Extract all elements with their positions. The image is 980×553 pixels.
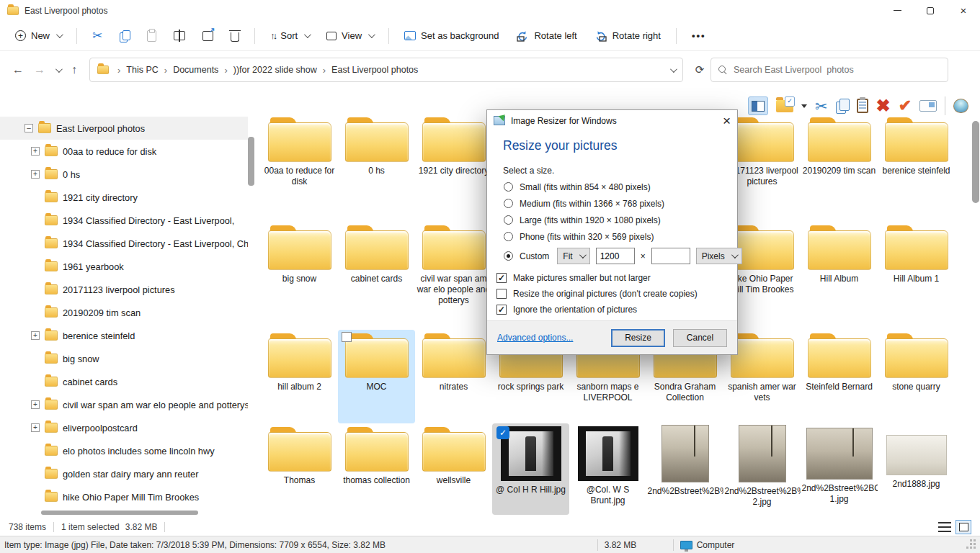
selected-check-icon[interactable]: ✓	[496, 426, 509, 439]
size-option-row[interactable]: Small (fits within 854 × 480 pixels)	[504, 181, 737, 192]
delete-x-icon[interactable]: ✖	[876, 97, 891, 114]
refresh-button[interactable]: ⟳	[689, 63, 710, 76]
back-button[interactable]: ←	[7, 63, 29, 76]
sidebar-folder-item[interactable]: +00aa to reduce for disk	[0, 140, 248, 163]
rename-button[interactable]	[167, 27, 192, 45]
sidebar-folder-item[interactable]: +berenice steinfeld	[0, 324, 248, 347]
delete-button[interactable]	[224, 26, 246, 46]
share-button[interactable]	[196, 27, 220, 45]
advanced-options-link[interactable]: Advanced options...	[497, 333, 573, 343]
unit-select[interactable]: Pixels	[696, 248, 742, 264]
tree-expander-icon[interactable]: +	[31, 400, 40, 409]
checkbox-icon[interactable]	[496, 289, 507, 299]
sidebar-folder-item[interactable]: cabinet cards	[0, 370, 248, 393]
sidebar-vertical-scrollbar[interactable]	[248, 137, 254, 186]
breadcrumb-item[interactable]: ))for 2022 slide show	[233, 65, 317, 75]
folder-tile[interactable]: nitrates	[415, 330, 492, 423]
size-option-row[interactable]: Phone (fits within 320 × 569 pixels)	[504, 231, 737, 242]
breadcrumb-item[interactable]: East Liverpool photos	[331, 65, 418, 75]
custom-height-input[interactable]	[651, 248, 690, 264]
item-checkbox[interactable]	[342, 332, 352, 342]
sidebar-folder-item[interactable]: elo photos includes some lincoln hwy	[0, 439, 248, 462]
image-tile[interactable]: ✓@ Col H R Hill.jpg	[492, 423, 569, 515]
fit-select[interactable]: Fit	[557, 248, 589, 264]
folder-tile[interactable]: Hill Album	[801, 222, 878, 330]
radio-icon[interactable]	[504, 182, 513, 192]
folder-tile[interactable]: thomas collection	[338, 423, 415, 515]
dropdown-arrow-icon[interactable]	[801, 104, 807, 108]
resize-grip[interactable]	[968, 541, 976, 549]
cancel-button[interactable]: Cancel	[673, 329, 727, 347]
shell-icon[interactable]	[953, 99, 968, 113]
copy-button[interactable]	[113, 26, 136, 46]
folder-tile[interactable]: Hill Album 1	[878, 222, 955, 330]
tree-expander-icon[interactable]: +	[31, 147, 40, 156]
tree-expander-icon[interactable]: +	[31, 423, 40, 432]
sidebar-folder-item[interactable]: 1934 Classified Directory - East Liverpo…	[0, 232, 248, 255]
sidebar-folder-item[interactable]: 1921 city directory	[0, 186, 248, 209]
history-dropdown-button[interactable]	[50, 68, 63, 73]
sidebar-folder-item[interactable]: 20171123 liverpool pictures	[0, 278, 248, 301]
sort-button[interactable]: ↑↓ Sort	[264, 26, 316, 45]
tree-expander-icon[interactable]: –	[24, 124, 33, 132]
rotate-left-button[interactable]: Rotate left	[509, 26, 583, 46]
sidebar-folder-item[interactable]: golden star dairy mary ann reuter	[0, 462, 248, 485]
folder-tile[interactable]: 0 hs	[338, 114, 415, 222]
image-tile[interactable]: 2nd%2Bstreet%2BORL-1.jpg	[801, 423, 878, 515]
copy-icon[interactable]	[836, 99, 849, 113]
breadcrumb[interactable]: ›This PC›Documents›))for 2022 slide show…	[89, 58, 683, 82]
folder-tile[interactable]: big snow	[261, 222, 338, 330]
rotate-right-button[interactable]: Rotate right	[588, 26, 667, 46]
more-options-button[interactable]: •••	[685, 26, 713, 45]
tree-expander-icon[interactable]: +	[31, 331, 40, 340]
panel-toggle-button[interactable]	[748, 96, 768, 115]
forward-button[interactable]: →	[29, 63, 50, 76]
folder-tile[interactable]: hill album 2	[261, 330, 338, 423]
paste-icon[interactable]	[857, 99, 868, 113]
size-option-row[interactable]: Large (fits within 1920 × 1080 pixels)	[504, 215, 737, 225]
folder-tile[interactable]: Steinfeld Bernard	[801, 330, 878, 423]
image-tile[interactable]: 2nd%2Bstreet%2B%2Bdetail%2B4-2.jpg	[723, 423, 801, 515]
breadcrumb-item[interactable]: This PC	[126, 65, 158, 75]
folder-tile[interactable]: Thomas	[261, 423, 338, 515]
sidebar-folder-item[interactable]: 1961 yearbook	[0, 255, 248, 278]
resize-button[interactable]: Resize	[611, 329, 665, 347]
set-as-background-button[interactable]: Set as background	[398, 26, 505, 45]
radio-icon[interactable]	[504, 251, 513, 261]
close-button[interactable]: ×	[947, 0, 980, 21]
breadcrumb-item[interactable]: Documents	[173, 65, 218, 75]
address-dropdown-icon[interactable]	[670, 66, 677, 73]
sidebar-folder-item[interactable]: –East Liverpool photos	[0, 117, 248, 140]
sidebar-folder-item[interactable]: +eliverpoolpostcard	[0, 416, 248, 439]
new-button[interactable]: + New	[9, 26, 68, 45]
search-box[interactable]	[710, 58, 948, 82]
image-tile[interactable]: 2nd%2Bstreet%2B%2Bdetail%2B3.jpg	[646, 423, 723, 515]
folder-check-button[interactable]	[776, 100, 793, 112]
folder-tile[interactable]: berenice steinfeld	[878, 114, 955, 222]
image-tile[interactable]: 2nd1888.jpg	[878, 423, 955, 515]
sidebar-horizontal-scrollbar[interactable]	[41, 511, 198, 515]
sidebar-folder-item[interactable]: big snow	[0, 347, 248, 370]
thumbnail-view-button[interactable]	[956, 520, 971, 534]
sidebar-folder-item[interactable]: hike Ohio Paper Mill Tim Brookes	[0, 485, 248, 508]
main-vertical-scrollbar[interactable]	[972, 119, 979, 513]
folder-tile[interactable]: MOC	[338, 330, 415, 423]
folder-tile[interactable]: stone quarry	[878, 330, 955, 423]
dialog-checkbox-row[interactable]: ✓Ignore the orientation of pictures	[496, 305, 737, 315]
custom-width-input[interactable]	[596, 248, 635, 264]
email-icon[interactable]	[919, 100, 937, 112]
checkbox-icon[interactable]: ✓	[496, 273, 507, 283]
radio-icon[interactable]	[504, 232, 513, 241]
cut-icon[interactable]: ✂	[815, 99, 828, 114]
sidebar-folder-item[interactable]: 20190209 tim scan	[0, 301, 248, 324]
checkbox-icon[interactable]: ✓	[496, 305, 507, 315]
sidebar-folder-item[interactable]: 1934 Classified Directory - East Liverpo…	[0, 209, 248, 232]
folder-tile[interactable]: cabinet cards	[338, 222, 415, 330]
paste-button[interactable]	[141, 26, 163, 46]
folder-tile[interactable]: 1921 city directory	[415, 114, 492, 222]
minimize-button[interactable]	[881, 0, 914, 21]
radio-icon[interactable]	[504, 199, 513, 208]
up-button[interactable]: ↑	[63, 63, 85, 76]
maximize-button[interactable]	[914, 0, 947, 21]
scrollbar-thumb[interactable]	[972, 121, 979, 203]
